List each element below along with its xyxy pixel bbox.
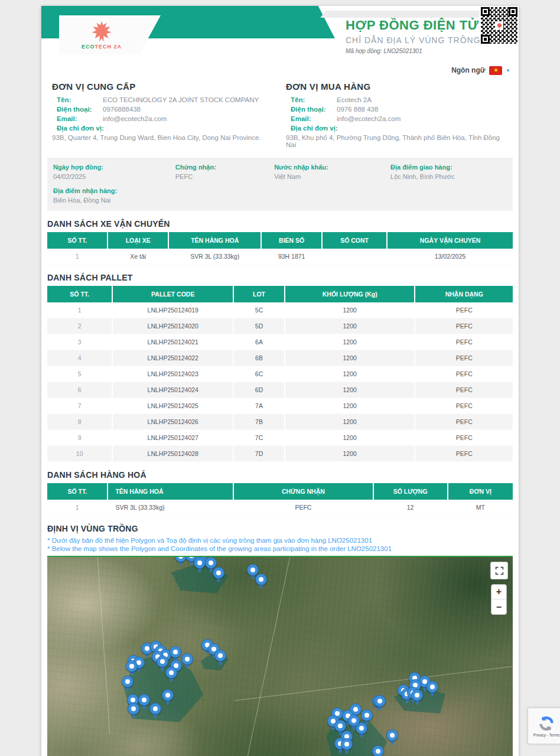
- leaflet-map[interactable]: + − Leaflet | © Esri — Source: Esri, USG…: [47, 556, 513, 756]
- zoom-out-button[interactable]: −: [491, 599, 506, 614]
- buyer-section: ĐƠN VỊ MUA HÀNG Tên:Ecotech 2AĐiện thoại…: [286, 78, 508, 151]
- table-cell: LNLHP250124024: [112, 382, 233, 398]
- table-row: 1SVR 3L (33.33kg)PEFC12MT: [47, 500, 513, 516]
- table-cell: SVR 3L (33.33kg): [108, 500, 233, 516]
- map-marker-pin[interactable]: [128, 703, 139, 719]
- table-cell: LNLHP250124021: [112, 334, 233, 350]
- page-subtitle: CHỈ DẪN ĐỊA LÝ VÙNG TRỒNG: [346, 35, 481, 45]
- map-note-en: * Below the map shows the Polygon and Co…: [47, 545, 513, 552]
- field-value: info@ecotech2a.com: [337, 115, 401, 122]
- table-cell: 1200: [285, 366, 415, 382]
- map-marker-pin[interactable]: [255, 573, 267, 590]
- column-header: LOẠI XE: [108, 232, 168, 249]
- goods-heading: DANH SÁCH HÀNG HOÁ: [47, 470, 513, 480]
- table-cell: PEFC: [415, 366, 513, 382]
- table-row: 1Xe tảiSVR 3L (33.33kg)93H 187113/02/202…: [47, 249, 513, 265]
- supplier-heading: ĐƠN VỊ CUNG CẤP: [52, 82, 274, 92]
- table-cell: 12: [373, 500, 448, 516]
- map-marker-pin[interactable]: [214, 650, 226, 666]
- table-cell: 93H 1871: [261, 249, 321, 265]
- map-marker-pin[interactable]: [348, 715, 360, 731]
- field-row: Điện thoại:0976888438: [52, 106, 274, 113]
- table-cell: [322, 249, 387, 265]
- table-cell: 2: [47, 318, 112, 334]
- contract-code: Mã hợp đồng: LNO25021301: [346, 48, 481, 54]
- field-label: Tên:: [57, 96, 103, 103]
- field-value: Việt Nam: [274, 173, 390, 180]
- table-cell: 5C: [233, 302, 285, 318]
- zoom-in-button[interactable]: +: [491, 585, 506, 599]
- recaptcha-badge[interactable]: Privacy - Terms: [528, 708, 560, 744]
- field-label: Điện thoại:: [291, 106, 337, 113]
- qr-center-logo: [495, 21, 503, 30]
- table-cell: 7C: [233, 430, 285, 446]
- column-header: KHỐI LƯỢNG (Kg): [285, 286, 415, 302]
- map-marker-pin[interactable]: [372, 745, 384, 756]
- table-cell: 1200: [285, 334, 415, 350]
- table-cell: 1200: [285, 382, 415, 398]
- field-value: 0976 888 438: [337, 106, 378, 113]
- field-label: Địa điểm giao hàng:: [390, 164, 507, 171]
- field-value: 93B, Khu phố 4, Phường Trung Dũng, Thành…: [286, 134, 508, 148]
- map-marker-pin[interactable]: [175, 556, 187, 567]
- table-row: 8LNLHP2501240267B1200PEFC: [47, 414, 513, 430]
- table-row: 9LNLHP2501240277C1200PEFC: [47, 430, 513, 446]
- column-header: NHẬN DẠNG: [415, 286, 513, 302]
- logo-text-eco: ECO: [82, 44, 95, 50]
- map-marker-pin[interactable]: [181, 653, 193, 670]
- map-marker-pin[interactable]: [213, 567, 224, 584]
- table-cell: 9: [47, 430, 112, 446]
- table-cell: Xe tải: [108, 249, 168, 265]
- vietnam-flag-icon[interactable]: ★: [489, 66, 502, 75]
- table-cell: PEFC: [415, 398, 513, 414]
- info-item: Chứng nhận:PEFC: [175, 164, 274, 180]
- table-cell: 6B: [233, 350, 285, 366]
- field-value: ECO TECHNOLOGY 2A JOINT STOCK COMPANY: [103, 96, 259, 103]
- field-value: PEFC: [175, 173, 274, 180]
- qr-finder-icon: [481, 35, 490, 44]
- map-marker-pin[interactable]: [165, 667, 177, 683]
- map-marker-pin[interactable]: [122, 676, 134, 692]
- table-cell: 1: [47, 500, 108, 516]
- table-cell: 3: [47, 334, 112, 350]
- field-value: 93B, Quarter 4, Trung Dung Ward, Bien Ho…: [52, 134, 274, 141]
- parties-section: ĐƠN VỊ CUNG CẤP Tên:ECO TECHNOLOGY 2A JO…: [41, 76, 519, 151]
- table-cell: PEFC: [415, 334, 513, 350]
- chevron-down-icon[interactable]: ▾: [506, 67, 509, 73]
- field-label: Điện thoại:: [57, 106, 103, 113]
- privacy-terms-label[interactable]: Privacy - Terms: [533, 733, 560, 737]
- field-row: Địa chỉ đơn vị:93B, Quarter 4, Trung Dun…: [52, 125, 274, 141]
- map-marker-pin[interactable]: [341, 738, 353, 755]
- map-marker-pin[interactable]: [162, 689, 174, 706]
- map-marker-pin[interactable]: [411, 689, 423, 706]
- map-marker-pin[interactable]: [194, 557, 206, 573]
- column-header: BIỂN SỐ: [261, 232, 321, 249]
- table-cell: PEFC: [415, 446, 513, 462]
- table-cell: 13/02/2025: [387, 249, 513, 265]
- table-row: 2LNLHP2501240205D1200PEFC: [47, 318, 513, 334]
- logo-text-tech: TECH 2A: [95, 44, 122, 50]
- fullscreen-button[interactable]: [490, 562, 508, 579]
- table-cell: 5D: [233, 318, 285, 334]
- table-cell: PEFC: [415, 414, 513, 430]
- map-marker-pin[interactable]: [374, 695, 386, 711]
- table-cell: LNLHP250124025: [112, 398, 233, 414]
- table-cell: PEFC: [415, 318, 513, 334]
- language-selector[interactable]: Ngôn ngữ ★ ▾: [41, 65, 509, 76]
- map-marker-pin[interactable]: [426, 681, 438, 698]
- table-row: 7LNLHP2501240257A1200PEFC: [47, 398, 513, 414]
- table-cell: 7D: [233, 446, 285, 462]
- recaptcha-icon: [538, 715, 555, 732]
- map-marker-pin[interactable]: [149, 703, 161, 719]
- map-marker-pin[interactable]: [138, 694, 150, 711]
- column-header: TÊN HÀNG HOÁ: [168, 232, 262, 249]
- map-marker-pin[interactable]: [126, 660, 138, 677]
- table-cell: PEFC: [233, 500, 373, 516]
- company-logo: ECOTECH 2A: [59, 15, 161, 54]
- column-header: TÊN HÀNG HOÁ: [108, 483, 233, 500]
- table-cell: 6D: [233, 382, 285, 398]
- column-header: ĐƠN VỊ: [448, 483, 513, 500]
- map-marker-pin[interactable]: [386, 729, 398, 746]
- table-cell: LNLHP250124020: [112, 318, 233, 334]
- table-cell: 1200: [285, 414, 415, 430]
